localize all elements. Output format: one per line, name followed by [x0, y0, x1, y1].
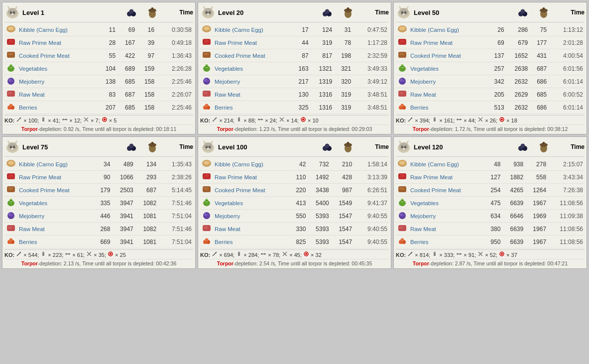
food-name-cell[interactable]: Kibble (Carno Egg) — [409, 158, 484, 171]
food-name-link[interactable]: Mejoberry — [410, 213, 436, 219]
food-name-link[interactable]: Cooked Prime Meat — [410, 53, 461, 59]
food-name-link[interactable]: Berries — [19, 239, 37, 245]
food-name-link[interactable]: Raw Prime Meat — [410, 174, 453, 180]
food-name-link[interactable]: Raw Meat — [215, 92, 240, 98]
food-name-link[interactable]: Raw Prime Meat — [410, 40, 453, 46]
food-name-cell[interactable]: Cooked Prime Meat — [409, 49, 487, 62]
food-name-link[interactable]: Kibble (Carno Egg) — [19, 161, 68, 167]
food-name-link[interactable]: Berries — [19, 105, 37, 111]
food-name-cell[interactable]: Cooked Prime Meat — [409, 184, 484, 197]
food-name-link[interactable]: Raw Prime Meat — [19, 40, 61, 46]
food-name-cell[interactable]: Kibble (Carno Egg) — [409, 23, 487, 36]
time-cell: 11:09:38 — [548, 210, 585, 223]
food-name-cell[interactable]: Berries — [17, 101, 98, 114]
food-name-cell[interactable]: Kibble (Carno Egg) — [213, 23, 291, 36]
food-name-cell[interactable]: Kibble (Carno Egg) — [17, 23, 98, 36]
food-name-cell[interactable]: Cooked Prime Meat — [213, 49, 291, 62]
food-name-link[interactable]: Raw Meat — [19, 226, 45, 232]
food-name-link[interactable]: Vegetables — [19, 66, 47, 72]
food-name-cell[interactable]: Mejoberry — [409, 75, 487, 88]
food-name-cell[interactable]: Mejoberry — [17, 210, 94, 223]
food-name-link[interactable]: Berries — [410, 239, 428, 245]
food-name-cell[interactable]: Raw Meat — [17, 223, 94, 236]
food-name-link[interactable]: Kibble (Carno Egg) — [410, 27, 459, 33]
food-name-cell[interactable]: Raw Prime Meat — [409, 171, 484, 184]
food-name-cell[interactable]: Mejoberry — [409, 210, 484, 223]
table-row: Raw Prime Meat 28 167 39 0:49:18 — [4, 36, 193, 49]
food-name-link[interactable]: Cooked Prime Meat — [19, 53, 70, 59]
food-name-link[interactable]: Vegetables — [410, 66, 439, 72]
food-name-cell[interactable]: Raw Meat — [409, 88, 487, 101]
food-name-cell[interactable]: Raw Prime Meat — [213, 171, 289, 184]
food-name-link[interactable]: Vegetables — [19, 200, 47, 206]
food-name-cell[interactable]: Kibble (Carno Egg) — [17, 158, 94, 171]
food-name-cell[interactable]: Raw Prime Meat — [17, 36, 98, 49]
food-name-link[interactable]: Raw Meat — [215, 226, 240, 232]
food-name-cell[interactable]: Cooked Prime Meat — [17, 49, 98, 62]
food-name-link[interactable]: Cooked Prime Meat — [410, 187, 461, 193]
food-name-link[interactable]: Berries — [215, 105, 233, 111]
food-name-cell[interactable]: Berries — [17, 236, 94, 248]
panel-level20: Level 20 Time Kibble (Carno Egg) 17 124 … — [198, 2, 391, 134]
food-name-link[interactable]: Cooked Prime Meat — [215, 187, 265, 193]
food-name-link[interactable]: Vegetables — [215, 66, 243, 72]
food-name-link[interactable]: Mejoberry — [19, 79, 44, 85]
food-name-cell[interactable]: Mejoberry — [213, 210, 289, 223]
food-name-cell[interactable]: Raw Prime Meat — [213, 36, 291, 49]
food-name-cell[interactable]: Mejoberry — [17, 75, 98, 88]
food-name-link[interactable]: Kibble (Carno Egg) — [410, 161, 459, 167]
svg-point-236 — [399, 161, 405, 165]
food-name-cell[interactable]: Kibble (Carno Egg) — [213, 158, 289, 171]
time-cell: 2:32:59 — [353, 49, 389, 62]
qty-cell: 257 — [487, 62, 506, 75]
food-name-cell[interactable]: Raw Prime Meat — [409, 36, 487, 49]
food-name-cell[interactable]: Berries — [409, 101, 487, 114]
svg-point-140 — [13, 146, 14, 147]
food-name-link[interactable]: Raw Meat — [410, 226, 436, 232]
food-name-link[interactable]: Cooked Prime Meat — [215, 53, 265, 59]
svg-point-159 — [11, 214, 13, 217]
food-name-link[interactable]: Cooked Prime Meat — [19, 187, 70, 193]
torpor-text: Torpor-depletion: 1.23 /s, Time until al… — [217, 126, 372, 132]
food-name-cell[interactable]: Raw Meat — [213, 223, 289, 236]
food-icon-cell — [4, 158, 17, 171]
svg-rect-79 — [238, 118, 240, 121]
food-name-cell[interactable]: Mejoberry — [213, 75, 291, 88]
food-name-cell[interactable]: Cooked Prime Meat — [213, 184, 289, 197]
food-name-cell[interactable]: Berries — [213, 236, 289, 248]
food-name-link[interactable]: Raw Prime Meat — [215, 174, 257, 180]
food-name-link[interactable]: Mejoberry — [19, 213, 44, 219]
food-name-link[interactable]: Kibble (Carno Egg) — [19, 27, 68, 33]
food-icon-cell — [4, 171, 17, 184]
food-name-cell[interactable]: Vegetables — [409, 62, 487, 75]
food-name-link[interactable]: Raw Prime Meat — [19, 174, 61, 180]
qty-cell: 475 — [484, 197, 502, 210]
food-name-link[interactable]: Vegetables — [410, 200, 439, 206]
food-name-link[interactable]: Raw Meat — [410, 92, 436, 98]
food-name-link[interactable]: Mejoberry — [215, 79, 240, 85]
food-name-cell[interactable]: Raw Meat — [409, 223, 484, 236]
torpor-text: Torpor-depletion: 1.72 /s, Time until al… — [413, 126, 568, 132]
food-name-cell[interactable]: Raw Meat — [213, 88, 291, 101]
food-name-link[interactable]: Mejoberry — [410, 79, 436, 85]
food-name-cell[interactable]: Cooked Prime Meat — [17, 184, 94, 197]
food-name-link[interactable]: Raw Prime Meat — [215, 40, 257, 46]
food-name-link[interactable]: Mejoberry — [215, 213, 240, 219]
food-name-cell[interactable]: Vegetables — [409, 197, 484, 210]
food-name-link[interactable]: Kibble (Carno Egg) — [215, 27, 263, 33]
food-name-link[interactable]: Berries — [410, 105, 428, 111]
food-name-cell[interactable]: Vegetables — [213, 197, 289, 210]
food-name-link[interactable]: Berries — [215, 239, 233, 245]
food-name-cell[interactable]: Vegetables — [17, 62, 98, 75]
food-name-cell[interactable]: Vegetables — [17, 197, 94, 210]
food-name-cell[interactable]: Vegetables — [213, 62, 291, 75]
svg-point-175 — [110, 253, 112, 255]
food-name-cell[interactable]: Raw Meat — [17, 88, 98, 101]
food-name-cell[interactable]: Berries — [213, 101, 291, 114]
food-name-cell[interactable]: Raw Prime Meat — [17, 171, 94, 184]
food-name-link[interactable]: Raw Meat — [19, 92, 45, 98]
food-name-cell[interactable]: Berries — [409, 236, 484, 248]
dart-icon — [499, 117, 505, 122]
food-name-link[interactable]: Kibble (Carno Egg) — [215, 161, 263, 167]
food-name-link[interactable]: Vegetables — [215, 200, 243, 206]
